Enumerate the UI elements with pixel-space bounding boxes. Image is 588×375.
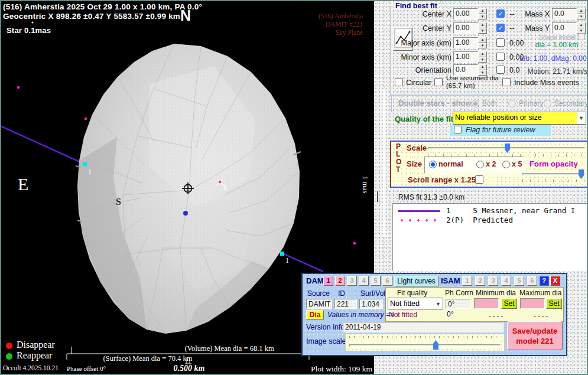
flag-review-checkbox[interactable]: [454, 126, 462, 133]
minor-axis-input[interactable]: 1.00: [453, 51, 478, 63]
minor-axis-checkbox[interactable]: [496, 53, 505, 61]
orientation-alt: 0.0: [509, 66, 519, 74]
shape-model-checkbox[interactable]: [578, 33, 585, 40]
chevron-down-icon: ▼: [434, 298, 443, 309]
mass-y-spinner[interactable]: ▲▼: [577, 22, 586, 34]
max-dia-set-button[interactable]: Set: [546, 298, 562, 309]
isam-tab-1[interactable]: 1: [462, 276, 472, 286]
isam-tab-3[interactable]: 3: [488, 276, 498, 286]
damit-model-tab-4[interactable]: 4: [359, 276, 369, 286]
damit-model-tab-6[interactable]: 6: [382, 276, 392, 286]
disappear-label: Disappear: [17, 340, 55, 350]
version-info-label: Version info: [306, 323, 345, 331]
occult-window: (516) Amherstia 2025 Oct 29 1.00 x 1.00 …: [0, 0, 588, 375]
damit-model-tab-5[interactable]: 5: [371, 276, 381, 286]
isam-tab-4[interactable]: 4: [501, 276, 511, 286]
surfvol-header: Surf/Vol: [360, 289, 385, 298]
memory-max-value: - - - -: [520, 312, 561, 319]
isam-tab-6[interactable]: 6: [527, 276, 537, 286]
center-y-dash: --: [509, 24, 514, 32]
source-field[interactable]: DAMIT: [306, 299, 332, 309]
size-x2-radio[interactable]: [476, 161, 484, 168]
ph-corrn-field[interactable]: 0°: [446, 299, 470, 309]
quality-label: Quality of the fit: [395, 115, 453, 123]
quality-dropdown[interactable]: No reliable position or size ▼: [453, 112, 586, 125]
minor-axis-spinner[interactable]: ▲▼: [478, 51, 487, 63]
max-dia-header: Maximum dia: [519, 289, 561, 297]
motion-readout: Motion: 21.71 km/s: [524, 67, 587, 76]
double-stars-both-radio[interactable]: [472, 100, 479, 107]
dia-button[interactable]: Dia: [306, 310, 324, 319]
compass-north-label: N: [180, 7, 191, 24]
plot-panel-title: P L O T: [396, 143, 401, 174]
mass-x-input[interactable]: 0.0: [552, 8, 577, 19]
double-stars-secondary-label: Secondary: [554, 99, 588, 107]
scale-slider-thumb[interactable]: [505, 144, 510, 153]
double-stars-primary-radio[interactable]: [508, 100, 516, 107]
light-curves-button[interactable]: Light curves: [394, 276, 438, 286]
major-axis-input[interactable]: 1.00: [453, 37, 478, 48]
disappearance-marker: [83, 162, 87, 167]
circular-checkbox[interactable]: [395, 78, 403, 86]
close-button[interactable]: X: [550, 276, 560, 286]
form-opacity-slider-thumb[interactable]: [579, 169, 584, 179]
center-x-input[interactable]: 0.00: [453, 8, 478, 19]
scroll-range-checkbox[interactable]: [475, 175, 483, 184]
min-dia-set-button[interactable]: Set: [501, 298, 517, 309]
miss-events-checkbox[interactable]: [502, 78, 511, 86]
find-best-fit-title: Find best fit: [394, 2, 439, 10]
isam-title: ISAM: [441, 276, 460, 285]
damit-model-tab-1[interactable]: 1: [323, 276, 333, 286]
mass-y-input[interactable]: 0.0: [552, 22, 577, 34]
assumed-dia-label: Use assumed dia (65.7 km): [446, 74, 502, 89]
surfvol-field[interactable]: 1.034: [359, 299, 383, 309]
damit-model-tab-2[interactable]: 2: [335, 276, 345, 286]
scale-slider[interactable]: [428, 144, 585, 152]
image-scale-thumb[interactable]: [433, 340, 438, 350]
image-scale-label: Image scale: [306, 337, 346, 345]
mass-x-label: Mass X: [524, 10, 550, 18]
major-axis-checkbox[interactable]: [496, 38, 505, 47]
phase-offset-label: Phase offset 0°: [67, 365, 106, 372]
circular-label: Circular: [406, 79, 431, 87]
chord2-dots-sample: [398, 219, 440, 221]
chord1-label-left: 1: [88, 168, 92, 177]
isam-tab-5[interactable]: 5: [514, 276, 524, 286]
help-button[interactable]: ?: [539, 276, 549, 286]
size-x5-label: x 5: [512, 160, 522, 168]
memory-fit-value: Not fitted: [389, 311, 417, 319]
disappear-dot: [6, 343, 12, 349]
center-x-checkbox[interactable]: ✓: [496, 9, 505, 18]
assumed-dia-checkbox[interactable]: [434, 78, 443, 86]
minor-axis-label: Minor axis (km): [392, 53, 451, 61]
min-dia-field[interactable]: [474, 298, 499, 309]
double-stars-secondary-radio[interactable]: [544, 100, 551, 107]
size-x5-radio[interactable]: [502, 161, 510, 168]
max-dia-field[interactable]: [520, 298, 545, 309]
image-scale-slider[interactable]: [345, 334, 505, 351]
volume-dia-label: (Volume) Mean dia = 68.1 km: [170, 344, 288, 353]
major-axis-spinner[interactable]: ▲▼: [478, 37, 487, 48]
id-field[interactable]: 221: [334, 299, 357, 309]
memory-ph-value: 0°: [447, 310, 453, 318]
isam-tab-2[interactable]: 2: [475, 276, 485, 286]
damit-panel: DAMIT 1 2 3 4 5 6 Light curves ISAM 1 2 …: [301, 273, 567, 356]
center-y-checkbox[interactable]: ✓: [496, 24, 505, 32]
id-header: ID: [338, 289, 345, 298]
memory-min-value: - - - -: [475, 312, 516, 319]
orientation-checkbox[interactable]: [496, 66, 505, 74]
mass-x-spinner[interactable]: ▲▼: [577, 8, 586, 19]
center-y-spinner[interactable]: ▲▼: [478, 22, 487, 34]
center-y-label: Center Y: [398, 24, 451, 32]
size-normal-radio[interactable]: [429, 161, 437, 168]
fit-quality-dropdown[interactable]: Not fitted ▼: [388, 298, 443, 309]
center-x-spinner[interactable]: ▲▼: [478, 8, 487, 19]
damit-model-tab-3[interactable]: 3: [347, 276, 357, 286]
quality-value: No reliable position or size: [453, 112, 577, 124]
center-y-input[interactable]: 0.00: [453, 22, 478, 34]
version-info-field[interactable]: 2011-04-19: [343, 322, 503, 332]
chord2-label: 2: [223, 183, 227, 193]
form-opacity-slider[interactable]: [522, 170, 585, 178]
save-update-button[interactable]: Save/update model 221: [507, 321, 563, 350]
form-opacity-ticks: [522, 180, 585, 182]
